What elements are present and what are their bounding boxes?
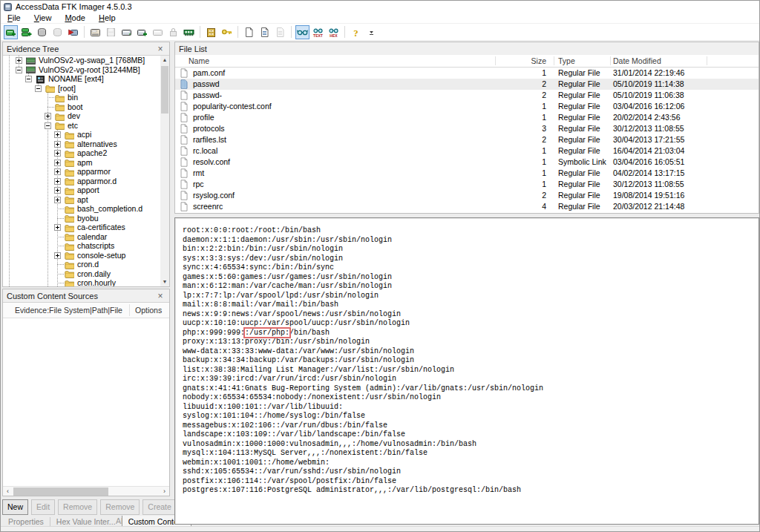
menu-file[interactable]: File <box>1 13 27 24</box>
add-to-custom-content-image-icon[interactable] <box>135 25 149 39</box>
collapse-icon[interactable] <box>16 67 22 73</box>
create-disk-image-icon[interactable] <box>88 25 102 39</box>
tree-item-bin[interactable]: bin <box>3 93 160 102</box>
file-row-rarfiles-lst[interactable]: rarfiles.lst2Regular File30/04/2013 17:2… <box>175 134 759 145</box>
tree-item-apache2[interactable]: apache2 <box>3 148 160 158</box>
tree-item-console-setup[interactable]: console-setup <box>3 251 160 260</box>
obtain-protected-files-icon[interactable] <box>204 25 218 39</box>
collapse-icon[interactable] <box>45 122 51 129</box>
tree-item-apparmor-d[interactable]: apparmor.d <box>3 177 160 186</box>
export-logical-image-icon[interactable] <box>119 25 134 39</box>
auto-fit-view-icon[interactable] <box>295 25 309 39</box>
file-row-pam-conf[interactable]: pam.conf1Regular File31/01/2014 22:19:46 <box>175 68 759 79</box>
remove-button[interactable]: Remove <box>58 499 97 515</box>
expand-icon[interactable] <box>54 150 61 157</box>
tree-item-cron-hourly[interactable]: cron.hourly <box>3 278 160 286</box>
capture-memory-icon[interactable] <box>182 25 196 39</box>
file-row-protocols[interactable]: protocols3Regular File30/12/2013 11:08:5… <box>175 123 759 134</box>
expand-icon[interactable] <box>54 178 61 185</box>
tree-item-byobu[interactable]: byobu <box>3 214 160 223</box>
scroll-down-arrow[interactable]: ▼ <box>160 278 169 286</box>
tree-item-vulnosv2-vg-swap-1-768mb-[interactable]: VulnOSv2-vg-swap_1 [768MB] <box>3 56 160 65</box>
tree-item-dev[interactable]: dev <box>3 111 160 121</box>
column-size[interactable]: Size <box>487 56 546 65</box>
tree-item-noname-ext4-[interactable]: NONAME [ext4] <box>3 74 160 84</box>
column-evidence-path[interactable]: Evidence:File System|Path|File <box>15 306 122 315</box>
custom-content-hscrollbar[interactable]: ‹ › <box>3 486 169 496</box>
tree-item-ca-certificates[interactable]: ca-certificates <box>3 223 160 232</box>
create-custom-content-image-icon[interactable] <box>151 25 165 39</box>
tree-item-cron-d[interactable]: cron.d <box>3 260 160 269</box>
custom-content-close-button[interactable]: × <box>155 292 166 301</box>
expand-icon[interactable] <box>54 168 61 175</box>
export-directory-listing-icon[interactable] <box>273 25 287 39</box>
file-row-passwd[interactable]: passwd2Regular File05/10/2019 11:14:38 <box>175 79 759 90</box>
hex-view-icon[interactable]: HEX <box>327 25 341 39</box>
export-file-hash-list-icon[interactable] <box>258 25 272 39</box>
scrollbar-thumb[interactable] <box>161 66 168 114</box>
file-content-viewer[interactable]: root:x:0:0:root:/root:/bin/bash daemon:x… <box>174 217 759 525</box>
tree-item-calendar[interactable]: calendar <box>3 232 160 242</box>
image-mounting-icon[interactable] <box>35 25 49 39</box>
evidence-tree-scrollbar[interactable]: ▲ ▼ <box>160 56 169 286</box>
tree-item-chatscripts[interactable]: chatscripts <box>3 241 160 251</box>
tree-item-apport[interactable]: apport <box>3 185 160 195</box>
scrollbar-thumb[interactable] <box>13 487 108 496</box>
expand-icon[interactable] <box>54 131 61 138</box>
file-row-screenrc[interactable]: screenrc4Regular File20/03/2012 21:14:48 <box>175 201 759 212</box>
expand-icon[interactable] <box>16 57 22 64</box>
tree-item-alternatives[interactable]: alternatives <box>3 139 160 149</box>
new-button[interactable]: New <box>2 499 28 515</box>
export-disk-image-icon[interactable] <box>104 25 118 39</box>
menu-mode[interactable]: Mode <box>58 13 92 24</box>
tree-item--root-[interactable]: [root] <box>3 84 160 93</box>
expand-icon[interactable] <box>54 160 61 166</box>
column-name[interactable]: Name <box>189 56 209 65</box>
unmount-image-icon[interactable] <box>50 25 65 39</box>
add-all-attached-devices-icon[interactable] <box>19 25 33 39</box>
tree-item-apparmor[interactable]: apparmor <box>3 167 160 177</box>
file-row-popularity-contest-conf[interactable]: popularity-contest.conf1Regular File03/0… <box>175 101 759 112</box>
scroll-left-arrow[interactable]: ‹ <box>3 487 13 496</box>
evidence-tree-body[interactable]: VulnOSv2-vg-swap_1 [768MB]VulnOSv2-vg-ro… <box>3 56 169 286</box>
export-files-icon[interactable] <box>242 25 256 39</box>
expand-icon[interactable] <box>54 141 61 148</box>
scroll-right-arrow[interactable]: › <box>160 487 169 496</box>
column-date-modified[interactable]: Date Modified <box>613 56 661 65</box>
remove-all-button[interactable]: Remove All <box>100 499 140 515</box>
text-view-icon[interactable]: TEXT <box>311 25 325 39</box>
tree-item-apm[interactable]: apm <box>3 158 160 168</box>
file-row-resolv-conf[interactable]: resolv.conf1Symbolic Link03/04/2016 16:0… <box>175 157 759 168</box>
tree-item-bash-completion-d[interactable]: bash_completion.d <box>3 204 160 214</box>
evidence-tree-close-button[interactable]: × <box>155 45 166 53</box>
collapse-icon[interactable] <box>35 85 42 92</box>
file-row-passwd-[interactable]: passwd-2Regular File05/10/2019 11:06:38 <box>175 90 759 101</box>
menu-help[interactable]: Help <box>92 13 122 24</box>
tree-item-apt[interactable]: apt <box>3 195 160 205</box>
tree-item-etc[interactable]: etc <box>3 121 160 131</box>
file-row-rmt[interactable]: rmt1Regular File04/02/2014 13:17:15 <box>175 168 759 179</box>
toolbar-overflow-icon[interactable] <box>364 25 379 39</box>
tree-item-cron-daily[interactable]: cron.daily <box>3 269 160 279</box>
scroll-up-arrow[interactable]: ▲ <box>160 56 169 65</box>
detect-efs-encryption-icon[interactable] <box>220 25 234 39</box>
file-row-rc-local[interactable]: rc.local1Regular File16/04/2014 21:03:04 <box>175 145 759 157</box>
create-image-button[interactable]: Create Image <box>142 499 177 515</box>
file-row-rpc[interactable]: rpc1Regular File30/12/2013 11:08:55 <box>175 179 759 190</box>
decrypt-ad1-image-icon[interactable] <box>166 25 180 39</box>
collapse-icon[interactable] <box>25 76 32 82</box>
menu-view[interactable]: View <box>27 13 59 24</box>
tree-item-boot[interactable]: boot <box>3 102 160 112</box>
expand-icon[interactable] <box>54 252 61 259</box>
column-options[interactable]: Options <box>135 306 162 315</box>
tree-item-vulnosv2-vg-root-31244mb-[interactable]: VulnOSv2-vg-root [31244MB] <box>3 65 160 75</box>
add-evidence-item-icon[interactable] <box>4 25 18 39</box>
help-icon[interactable]: ? <box>349 25 363 39</box>
column-type[interactable]: Type <box>558 56 575 65</box>
remove-evidence-item-icon[interactable] <box>66 25 80 39</box>
edit-button[interactable]: Edit <box>31 499 55 515</box>
file-row-rsyslog-conf[interactable]: rsyslog.conf2Regular File19/08/2014 19:5… <box>175 190 759 201</box>
expand-icon[interactable] <box>54 197 61 203</box>
custom-content-list[interactable] <box>3 318 169 486</box>
expand-icon[interactable] <box>54 224 61 231</box>
